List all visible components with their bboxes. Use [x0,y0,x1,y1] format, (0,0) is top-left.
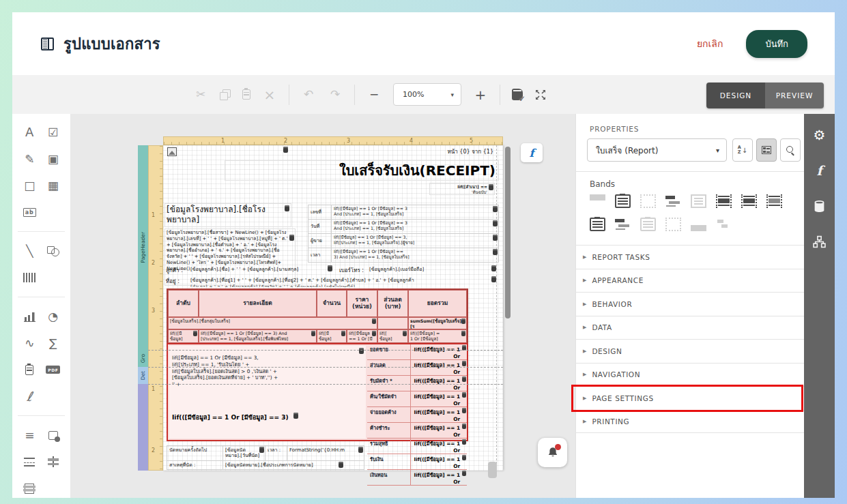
total-row[interactable]: คืน/ใช้มัดจำIif(([มีข้อมูล] == 1 Or [367,391,467,407]
toolbox-item-subreport[interactable] [20,362,38,377]
page-counter-cell[interactable]: หน้า {0} จาก {1} [448,147,493,156]
group-empty-cell[interactable] [377,317,408,329]
toolbox-item-rich-text[interactable]: ✎ [20,151,38,166]
grouped-view-button[interactable] [756,138,777,162]
band-separator[interactable] [148,350,503,351]
reason-value-cell[interactable]: [ข้อมูลนัดหมาย].[ชื่อประเภทการนัดหมาย] [223,461,364,469]
column-header[interactable]: จำนวน [317,290,347,317]
logo-picture-placeholder[interactable] [167,147,177,156]
notification-button[interactable] [538,438,567,467]
toolbox-item-page-break[interactable] [20,454,38,469]
table-row[interactable]: ผู้ขาย Iif([มีข้อมูล] == 1 Or [มีข้อมูล]… [308,234,499,248]
total-row[interactable]: ส่วนลดIif(([มีข้อมูล] == 1 Or [367,360,467,376]
redo-icon[interactable]: ↷ [328,89,343,100]
design-canvas[interactable]: 1 2 3 4 5 1 2 3 1 2 PageHeader Gro Det [70,114,575,498]
toolbox-item-panel[interactable]: □ [20,178,38,193]
band-icon-vertical-detail[interactable] [665,218,681,231]
total-row[interactable]: จ่ายยอดค้างIif(([มีข้อมูล] == 1 Or [367,407,467,423]
group-name-cell[interactable]: [ข้อมูลใบเสร็จ].[ชื่อกลุ่มใบเสร็จ] [168,317,377,329]
cancel-button[interactable]: ยกเลิก [697,36,723,51]
column-header[interactable]: ยอดรวม [408,290,467,317]
band-detail[interactable]: Det [138,367,148,384]
table-row[interactable]: เวลา Iif(([มีข้อมูล] == 1 Or [มีข้อมูล] … [308,248,499,263]
table-row[interactable]: นัดหมายครั้งถัดไป [ข้อมูลนัด หมาย].[วันท… [167,445,364,460]
section-page-settings[interactable]: ▶ PAGE SETTINGS [576,386,804,410]
sort-az-button[interactable]: AZ ↓ [732,138,753,162]
toolbox-item-character-comb[interactable]: ab [20,205,38,220]
delete-icon[interactable]: × [262,88,277,102]
toolbox-item-barcode[interactable] [20,270,38,285]
section-navigation[interactable]: ▶ NAVIGATION [576,363,804,387]
toolbox-item-label[interactable]: A [20,125,38,140]
toolbox-item-table[interactable]: ▦ [44,178,62,193]
band-icon-detail-report-1[interactable] [716,194,732,208]
toolbox-item-cross-band-line[interactable] [44,454,62,469]
section-appearance[interactable]: ▶ APPEARANCE [576,269,804,293]
expressions-tab-button[interactable]: f [804,158,835,183]
band-icon-vertical-header[interactable] [640,194,656,208]
copy-expression-cell[interactable]: Iif([สำเนา] == 'ต้นฉบับ' [429,183,495,195]
tab-preview[interactable]: PREVIEW [765,83,824,108]
save-button[interactable]: บันทึก [746,30,807,58]
toolbox-item-table-of-contents[interactable]: ≡ [20,428,38,443]
appointment-value-cell[interactable]: [ข้อมูลนัด หมาย].[วันที่นัด] [223,446,265,460]
column-header[interactable]: ส่วนลด (บาท) [377,290,408,317]
payment-bold-cell[interactable]: Iif(([มีข้อมูล] == 1 Or [มีข้อมูล] == 3) [172,413,298,422]
section-behavior[interactable]: ▶ BEHAVIOR [576,292,804,316]
section-data[interactable]: ▶ DATA [576,316,804,340]
customer-value-cell[interactable]: [ข้อมูลลูกค้า].[ชื่อ] + ' ' + [ข้อมูลลูก… [190,265,332,273]
expression-fab[interactable]: f [521,143,543,162]
field-list-tab-button[interactable] [804,193,835,219]
section-report-tasks[interactable]: ▶ REPORT TASKS [576,245,804,269]
total-row[interactable]: รับเงินIif(([มีข้อมูล] == 1 Or [367,454,467,470]
toolbox-item-check-box[interactable]: ☑ [44,125,62,140]
band-icon-report-footer[interactable] [590,218,605,231]
cut-icon[interactable]: ✂ [193,89,208,100]
copy-icon[interactable] [220,89,231,100]
items-table[interactable]: ลำดับ รายละเอียด จำนวน ราคา (หน่วย) ส่วน… [167,288,468,344]
toolbox-item-picture-box[interactable]: ▣ [44,151,62,166]
total-row[interactable]: ยอดขายIif(([มีข้อมูล] == 1 Or [367,344,467,360]
column-header[interactable]: ราคา (หน่วย) [347,290,377,317]
zoom-in-icon[interactable]: + [473,88,488,102]
zoom-out-icon[interactable]: − [367,89,382,100]
undo-icon[interactable]: ↶ [301,89,316,100]
toolbox-item-sparkline[interactable]: ∿ [20,336,38,351]
tab-design[interactable]: DESIGN [706,83,765,108]
component-select[interactable]: ใบเสร็จ (Report) ▾ [587,138,727,162]
group-sum-cell[interactable]: sumSum([ข้อมูลใบเสร็จ].[ร สุทธิรายเข้าไ [408,317,467,329]
band-icon-detail-report-2[interactable] [741,194,757,208]
paste-icon[interactable] [242,89,250,100]
band-separator[interactable] [148,367,503,368]
band-icon-detail-report-3[interactable] [766,194,782,208]
band-icon-page-footer[interactable] [716,218,732,231]
report-explorer-tab-button[interactable] [804,228,835,254]
band-group-footer[interactable] [138,384,148,471]
toolbox-item-page-info[interactable] [44,428,62,443]
section-printing[interactable]: ▶ PRINTING [576,410,804,434]
toolbox-item-signature[interactable]: ℓ [20,389,38,404]
detail-cell[interactable]: Iif([มีข้อมูล== 1 Or [มี [347,329,377,343]
report-page[interactable]: หน้า {0} จาก {1} ใบเสร็จรับเงิน(RECEIPT)… [163,145,503,471]
toolbox-item-line[interactable]: ╲ [20,243,38,258]
band-icon-detail[interactable] [691,194,706,208]
detail-cell[interactable]: Iif(([มีข้อมูล] =1 Or [มีข้อมูล] [408,329,467,343]
band-icon-sub-band[interactable] [640,218,656,231]
search-button[interactable] [780,138,801,162]
detail-cell[interactable]: Iif([มีข้อมูล] [317,329,347,343]
canvas-scrollbar[interactable] [505,147,511,318]
table-row[interactable]: วันที่ Iif(([มีข้อมูล] == 1 Or [มีข้อมูล… [308,220,499,234]
properties-tab-button[interactable]: ⚙ [804,122,835,148]
receipt-title-cell[interactable]: ใบเสร็จรับเงิน(RECEIPT) [225,160,499,181]
toolbox-item-gauge[interactable]: ◔ [44,309,62,324]
phone-value-cell[interactable]: [ข้อมูลลูกค้า].[เบอร์มือถือ] [369,265,496,273]
total-row[interactable]: รวมสุทธิIif(([มีข้อมูล] == 1 Or [367,439,467,454]
payment-expression-cell[interactable]: Iif([มีข้อมูล] == 1 Or [มีข้อมูล] == 3, … [169,346,366,439]
toolbox-item-pdf-content[interactable]: PDF [44,362,62,377]
table-row[interactable]: เลขที่ Iif(([มีข้อมูล] == 1 Or [มีข้อมูล… [308,205,499,220]
time-value-cell[interactable]: FormatString('{0:HH:m [287,446,364,460]
table-row[interactable]: สาเหตุที่นัด : [ข้อมูลนัดหมาย].[ชื่อประเ… [167,460,364,470]
toolbox-item-chart[interactable] [20,309,38,324]
band-separator[interactable] [148,384,503,385]
detail-cell[interactable]: Iif(([มีข้อมูล] == 1 Or [มีข้อมูล] == 3)… [199,329,317,343]
